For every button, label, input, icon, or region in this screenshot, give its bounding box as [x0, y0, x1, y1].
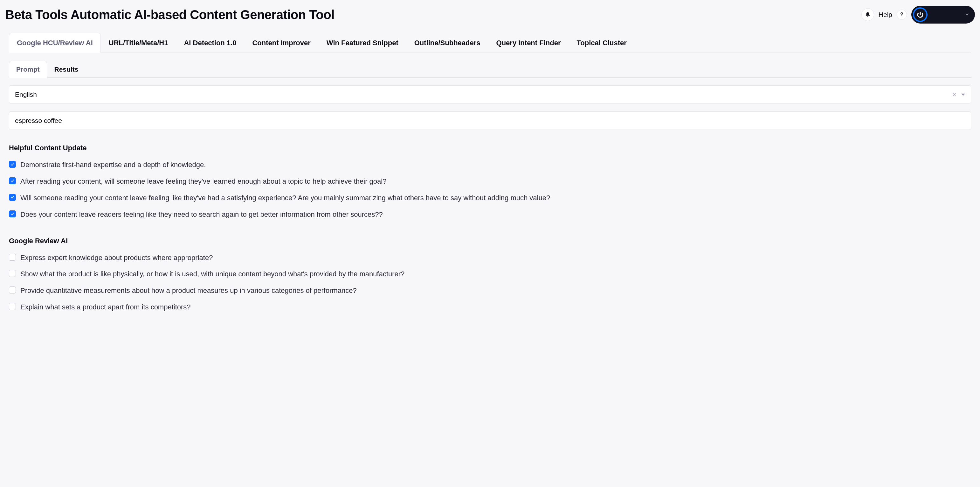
check-row: Provide quantitative measurements about …	[9, 282, 971, 299]
checkbox-label: Provide quantitative measurements about …	[20, 286, 357, 296]
section-1: Google Review AIExpress expert knowledge…	[9, 237, 971, 316]
tab-primary-2[interactable]: AI Detection 1.0	[176, 33, 244, 53]
checkbox-label: Express expert knowledge about products …	[20, 253, 213, 263]
avatar	[913, 7, 928, 22]
topic-input-wrapper	[9, 112, 971, 130]
help-button[interactable]: ?	[897, 10, 907, 20]
check-row: Express expert knowledge about products …	[9, 249, 971, 266]
checkbox-label: After reading your content, will someone…	[20, 176, 387, 187]
check-icon	[11, 179, 14, 183]
checkbox[interactable]	[9, 254, 16, 261]
checkbox[interactable]	[9, 211, 16, 217]
section-0: Helpful Content UpdateDemonstrate first-…	[9, 144, 971, 223]
checkbox[interactable]	[9, 270, 16, 277]
topic-input[interactable]	[15, 117, 965, 125]
tab-secondary-0[interactable]: Prompt	[9, 61, 47, 78]
page-title: Beta Tools Automatic AI-based Content Ge…	[5, 8, 334, 22]
tab-secondary-1[interactable]: Results	[47, 61, 86, 78]
language-select-value: English	[15, 91, 37, 98]
checkbox-label: Explain what sets a product apart from i…	[20, 302, 191, 312]
checkbox[interactable]	[9, 194, 16, 201]
checkbox[interactable]	[9, 161, 16, 168]
language-select[interactable]: English	[9, 85, 971, 104]
tabs-primary: Google HCU/Review AIURL/Title/Meta/H1AI …	[9, 32, 971, 53]
tab-primary-6[interactable]: Query Intent Finder	[488, 33, 569, 53]
clear-icon[interactable]	[952, 92, 957, 97]
section-title: Helpful Content Update	[9, 144, 971, 152]
checkbox-label: Show what the product is like physically…	[20, 269, 404, 279]
checkbox[interactable]	[9, 286, 16, 294]
tab-primary-4[interactable]: Win Featured Snippet	[318, 33, 406, 53]
section-title: Google Review AI	[9, 237, 971, 245]
tab-primary-3[interactable]: Content Improver	[244, 33, 318, 53]
checkbox-label: Demonstrate first-hand expertise and a d…	[20, 160, 206, 170]
check-icon	[11, 212, 14, 216]
header-actions: Help ?	[861, 6, 975, 24]
dropdown-icon[interactable]	[961, 94, 965, 96]
checkbox[interactable]	[9, 303, 16, 310]
tab-primary-1[interactable]: URL/Title/Meta/H1	[101, 33, 176, 53]
tabs-secondary: PromptResults	[9, 61, 971, 78]
tab-primary-7[interactable]: Topical Cluster	[568, 33, 634, 53]
check-row: Show what the product is like physically…	[9, 266, 971, 282]
header: Beta Tools Automatic AI-based Content Ge…	[0, 0, 980, 26]
checkbox[interactable]	[9, 177, 16, 184]
bell-icon	[865, 12, 870, 18]
check-row: Demonstrate first-hand expertise and a d…	[9, 156, 971, 173]
notifications-button[interactable]	[861, 8, 874, 21]
user-menu-button[interactable]	[911, 6, 975, 24]
checkbox-label: Does your content leave readers feeling …	[20, 209, 383, 220]
power-icon	[916, 11, 924, 18]
check-icon	[11, 162, 14, 166]
check-row: After reading your content, will someone…	[9, 173, 971, 190]
checkbox-label: Will someone reading your content leave …	[20, 193, 550, 203]
check-row: Explain what sets a product apart from i…	[9, 299, 971, 315]
tab-primary-5[interactable]: Outline/Subheaders	[406, 33, 488, 53]
tab-primary-0[interactable]: Google HCU/Review AI	[9, 33, 101, 53]
check-icon	[11, 195, 14, 199]
check-row: Does your content leave readers feeling …	[9, 206, 971, 223]
help-label: Help	[878, 11, 892, 18]
check-row: Will someone reading your content leave …	[9, 190, 971, 206]
chevron-down-icon	[965, 13, 969, 17]
